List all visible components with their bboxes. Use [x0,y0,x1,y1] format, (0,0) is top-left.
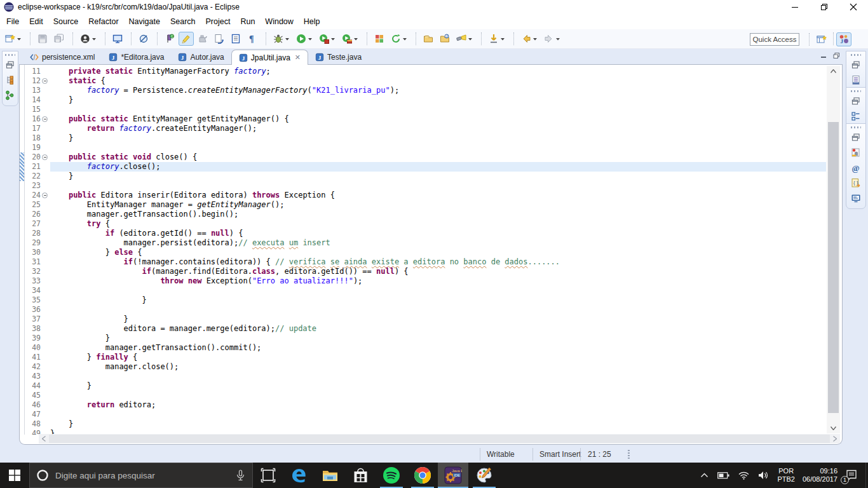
fold-margin[interactable] [41,343,50,353]
back-button[interactable] [519,32,540,46]
code-text[interactable] [50,391,826,400]
task-list-icon[interactable] [849,73,863,87]
restore-view-icon[interactable] [849,130,863,144]
menu-navigate[interactable]: Navigate [124,15,165,28]
line-number[interactable]: 42 [20,362,41,372]
minimize-button[interactable] [780,0,810,14]
code-line-11[interactable]: 11 private static EntityManagerFactory f… [20,67,826,76]
fold-margin[interactable] [41,248,50,257]
code-line-29[interactable]: 29 manager.persist(editora);// executa u… [20,238,826,248]
fold-margin[interactable] [41,381,50,391]
code-line-34[interactable]: 34 [20,286,826,295]
code-line-46[interactable]: 46 return editora; [20,400,826,410]
line-number[interactable]: 17 [20,124,41,133]
build-all-button[interactable] [195,32,210,46]
code-text[interactable]: } else { [50,248,826,257]
show-whitespace-button[interactable]: ¶ [245,32,260,46]
code-text[interactable] [50,181,826,191]
open-perspective-button[interactable] [814,32,829,46]
code-editor[interactable]: 11 private static EntityManagerFactory f… [19,65,843,445]
code-text[interactable]: public static EntityManager getEntityMan… [50,114,826,124]
code-line-31[interactable]: 31 if(!manager.contains(editora)) { // v… [20,257,826,267]
fold-margin[interactable] [41,105,50,114]
javaee-perspective-button[interactable]: J [836,32,851,46]
microphone-icon[interactable] [236,470,245,481]
line-number[interactable]: 37 [20,315,41,324]
code-line-36[interactable]: 36 [20,305,826,315]
outline-icon[interactable] [849,109,863,123]
fold-margin[interactable] [41,362,50,372]
fold-margin[interactable] [41,76,50,86]
code-line-41[interactable]: 41 } finally { [20,353,826,362]
code-text[interactable] [50,105,826,114]
line-number[interactable]: 13 [20,86,41,95]
fold-margin[interactable] [41,257,50,267]
show-view-doc-button[interactable] [228,32,243,46]
debug-button[interactable] [271,32,292,46]
scroll-left-arrow[interactable] [39,434,49,444]
taskbar-eclipse-ide-app[interactable]: Java EEIDE [438,463,468,488]
coverage-run-button[interactable] [316,32,338,46]
search-torch-button[interactable] [454,32,475,46]
taskbar-edge-app[interactable] [284,463,315,488]
menu-window[interactable]: Window [260,15,298,28]
run-button[interactable] [294,32,315,46]
notifications-icon[interactable]: 1 [845,470,858,482]
volume-icon[interactable] [758,471,769,480]
tray-expand-icon[interactable] [700,473,709,478]
line-number[interactable]: 44 [20,381,41,391]
fold-margin[interactable] [41,324,50,334]
code-line-13[interactable]: 13 factory = Persistence.createEntityMan… [20,86,826,95]
fold-margin[interactable] [41,67,50,76]
coverage-run-alt-button[interactable] [339,32,361,46]
fold-margin[interactable] [41,391,50,400]
fold-margin[interactable] [41,315,50,324]
line-number[interactable]: 28 [20,229,41,238]
open-resource-button[interactable]: J [437,32,452,46]
code-text[interactable]: if(!manager.contains(editora)) { // veri… [50,257,826,267]
code-text[interactable] [50,286,826,295]
code-text[interactable] [50,305,826,315]
skip-breakpoints-button[interactable] [136,32,151,46]
code-text[interactable]: factory = Persistence.createEntityManage… [50,86,826,95]
line-number[interactable]: 19 [20,143,41,152]
code-line-32[interactable]: 32 if(manager.find(Editora.class, editor… [20,267,826,276]
fold-margin[interactable] [41,372,50,381]
project-explorer-icon[interactable] [3,73,17,87]
taskbar-search-input[interactable]: Digite aqui para pesquisar [29,463,253,488]
fold-collapse-icon[interactable] [42,193,48,198]
fold-margin[interactable] [41,267,50,276]
code-text[interactable]: manager.getTransaction().commit(); [50,343,826,353]
start-button[interactable] [0,463,29,488]
line-number[interactable]: 26 [20,210,41,219]
close-button[interactable] [839,0,868,14]
line-number[interactable]: 21 [20,162,41,172]
vertical-scrollbar[interactable] [827,66,840,433]
code-line-20[interactable]: 20 public static void close() { [20,152,826,162]
line-number[interactable]: 34 [20,286,41,295]
horizontal-scrollbar[interactable] [39,434,840,444]
scroll-right-arrow[interactable] [830,434,840,444]
fold-margin[interactable] [41,334,50,343]
line-number[interactable]: 12 [20,76,41,86]
tab-close-icon[interactable]: ✕ [295,53,301,62]
code-text[interactable] [50,410,826,419]
fold-collapse-icon[interactable] [42,78,48,84]
javadoc-icon[interactable]: @ [849,161,863,175]
refresh-button[interactable] [388,32,410,46]
code-text[interactable]: } [50,381,826,391]
line-number[interactable]: 25 [20,200,41,210]
show-desktop-button[interactable] [865,463,868,488]
menu-run[interactable]: Run [235,15,260,28]
line-number[interactable]: 33 [20,276,41,286]
code-line-25[interactable]: 25 EntityManager manager = getEntityMana… [20,200,826,210]
line-number[interactable]: 11 [20,67,41,76]
line-number[interactable]: 38 [20,324,41,334]
quick-access-box[interactable]: Quick Access [750,33,799,46]
line-number[interactable]: 31 [20,257,41,267]
restore-view-icon[interactable] [849,94,863,108]
fold-margin[interactable] [41,143,50,152]
line-number[interactable]: 23 [20,181,41,191]
fold-margin[interactable] [41,162,50,172]
fold-margin[interactable] [41,86,50,95]
